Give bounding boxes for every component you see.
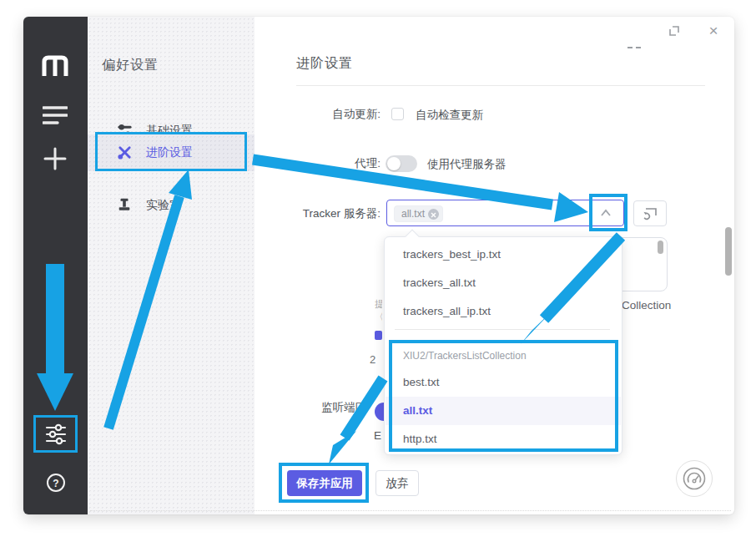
speedometer-icon — [683, 467, 706, 490]
sidebar-item-label: 进阶设置 — [146, 145, 193, 160]
dropdown-divider — [395, 329, 610, 330]
motrix-logo-icon — [39, 48, 71, 82]
settings-sliders-icon[interactable] — [45, 423, 67, 445]
page-title: 进阶设置 — [296, 55, 353, 73]
title-divider — [296, 85, 705, 86]
dropdown-group-label: XIU2/TrackersListCollection — [403, 344, 527, 367]
advanced-settings-icon — [117, 144, 133, 160]
tag-label: all.txt — [401, 208, 425, 220]
selected-tag: all.txt — [394, 205, 443, 222]
preferences-panel: 偏好设置 基础设置 进阶设置 — [88, 17, 255, 514]
refresh-list-icon — [642, 206, 658, 220]
add-task-icon[interactable] — [43, 147, 67, 170]
tag-remove-icon[interactable] — [428, 209, 439, 220]
text-fragment-e: E — [374, 429, 381, 442]
proxy-toggle-label: 使用代理服务器 — [427, 157, 507, 172]
dropdown-option[interactable]: best.txt — [386, 368, 621, 397]
chevron-up-icon[interactable] — [600, 209, 612, 217]
update-trackers-button[interactable] — [633, 200, 667, 226]
proxy-toggle[interactable] — [386, 155, 417, 172]
app-sidebar: ? — [23, 17, 88, 514]
auto-update-checkbox-label: 自动检查更新 — [416, 108, 483, 123]
screenshot-canvas: × ? — [0, 0, 756, 537]
tracker-dropdown: trackers_best_ip.txt trackers_all.txt tr… — [384, 236, 622, 455]
task-list-icon[interactable] — [43, 104, 68, 126]
dropdown-option[interactable]: trackers_all_ip.txt — [386, 297, 621, 326]
text-fragment: 提 — [375, 298, 382, 311]
page-scrollbar[interactable] — [725, 227, 732, 276]
svg-text:?: ? — [53, 478, 58, 489]
link-fragment — [375, 331, 382, 340]
listen-port-label: 监听端口 — [321, 400, 366, 415]
tracker-server-label: Tracker 服务器: — [255, 206, 381, 221]
sidebar-item-advanced-settings[interactable]: 进阶设置 — [88, 134, 255, 171]
toggle-knob — [387, 157, 401, 170]
textarea-scrollbar[interactable] — [658, 241, 663, 254]
collection-text-fragment: Collection — [622, 299, 671, 312]
preferences-title: 偏好设置 — [102, 57, 159, 74]
app-window: × ? — [23, 17, 734, 514]
sidebar-item-label: 实验室 — [146, 198, 181, 213]
dropdown-option-selected[interactable]: all.txt — [386, 397, 621, 425]
save-and-apply-button[interactable]: 保存并应用 — [287, 470, 362, 496]
dropdown-option[interactable]: http.txt — [386, 425, 621, 453]
number-fragment: 2 — [370, 353, 375, 366]
tracker-select-input[interactable]: all.txt — [386, 200, 624, 226]
advanced-settings-page: 进阶设置 自动更新: 自动检查更新 代理: 使用代理服务器 Tracker 服务… — [255, 17, 734, 514]
lab-stamp-icon — [117, 197, 132, 212]
help-icon[interactable]: ? — [46, 473, 66, 493]
speed-limit-button[interactable] — [676, 460, 713, 497]
auto-update-label: 自动更新: — [255, 107, 381, 122]
discard-button[interactable]: 放弃 — [375, 470, 419, 496]
dropdown-option[interactable]: trackers_best_ip.txt — [386, 241, 621, 269]
proxy-label: 代理: — [255, 156, 381, 171]
text-fragment: 〈 — [375, 311, 382, 323]
window-bottom-edge — [90, 510, 731, 511]
auto-update-checkbox[interactable] — [391, 108, 404, 120]
dropdown-option[interactable]: trackers_all.txt — [386, 269, 621, 297]
sidebar-item-lab[interactable]: 实验室 — [88, 190, 255, 220]
